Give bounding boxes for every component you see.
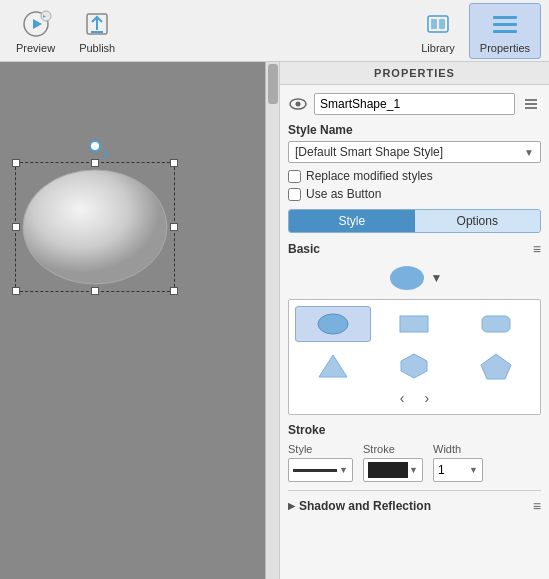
stroke-style-arrow: ▼ — [339, 465, 348, 475]
library-label: Library — [421, 42, 455, 54]
stroke-width-arrow: ▼ — [469, 465, 478, 475]
slide-area — [0, 62, 265, 579]
canvas-scrollbar[interactable] — [265, 62, 279, 579]
svg-marker-24 — [319, 355, 347, 377]
shadow-header[interactable]: Shadow and Reflection ≡ — [288, 495, 541, 517]
properties-icon — [489, 8, 521, 40]
tab-bar: Style Options — [288, 209, 541, 233]
grid-prev-button[interactable]: ‹ — [394, 388, 411, 408]
shape-cell-pentagon[interactable] — [458, 348, 534, 384]
svg-rect-22 — [400, 316, 428, 332]
svg-point-14 — [23, 170, 167, 284]
stroke-color-col: Stroke ▼ — [363, 443, 423, 482]
stroke-color-dropdown[interactable]: ▼ — [363, 458, 423, 482]
shadow-section: Shadow and Reflection ≡ — [288, 490, 541, 517]
handle-bot-left[interactable] — [12, 287, 20, 295]
shape-cell-triangle[interactable] — [295, 348, 371, 384]
properties-panel: PROPERTIES — [279, 62, 549, 579]
svg-point-21 — [318, 314, 348, 334]
publish-button[interactable]: Publish — [71, 4, 123, 58]
publish-label: Publish — [79, 42, 115, 54]
name-row — [288, 93, 541, 115]
toolbar-left: Preview Publish — [8, 4, 411, 58]
toolbar: Preview Publish Libra — [0, 0, 549, 62]
stroke-style-dropdown[interactable]: ▼ — [288, 458, 353, 482]
ellipse-shape — [19, 166, 171, 288]
svg-point-16 — [296, 102, 301, 107]
svg-marker-1 — [33, 19, 42, 29]
canvas-area[interactable] — [0, 62, 279, 579]
stroke-section: Stroke Style ▼ Stroke — [288, 423, 541, 482]
stroke-width-value: 1 — [438, 463, 445, 477]
shadow-title: Shadow and Reflection — [288, 499, 431, 513]
svg-rect-10 — [493, 16, 517, 19]
shape-preview-arrow[interactable]: ▼ — [431, 271, 443, 285]
toolbar-right: Library Properties — [411, 3, 541, 59]
canvas-inner — [0, 62, 279, 579]
style-dropdown-arrow: ▼ — [524, 147, 534, 158]
visibility-icon[interactable] — [288, 94, 308, 114]
svg-marker-26 — [481, 354, 511, 379]
properties-label: Properties — [480, 42, 530, 54]
svg-rect-23 — [482, 316, 510, 332]
stroke-style-label: Style — [288, 443, 353, 455]
use-as-button-label[interactable]: Use as Button — [306, 187, 381, 201]
style-name-dropdown[interactable]: [Default Smart Shape Style] ▼ — [288, 141, 541, 163]
scrollbar-thumb[interactable] — [268, 64, 278, 104]
library-icon — [422, 8, 454, 40]
grid-next-button[interactable]: › — [419, 388, 436, 408]
use-as-button-checkbox[interactable] — [288, 188, 301, 201]
library-button[interactable]: Library — [411, 4, 465, 58]
preview-label: Preview — [16, 42, 55, 54]
preview-button[interactable]: Preview — [8, 4, 63, 58]
svg-rect-9 — [439, 19, 445, 29]
shape-cell-rounded-rect[interactable] — [458, 306, 534, 342]
stroke-style-col: Style ▼ — [288, 443, 353, 482]
handle-mid-right[interactable] — [170, 223, 178, 231]
shape-cell-hexagon[interactable] — [377, 348, 453, 384]
properties-button[interactable]: Properties — [469, 3, 541, 59]
tab-style[interactable]: Style — [289, 210, 415, 232]
style-name-value: [Default Smart Shape Style] — [295, 145, 443, 159]
shape-grid — [295, 306, 534, 384]
svg-marker-25 — [401, 354, 427, 378]
basic-menu-icon[interactable]: ≡ — [533, 241, 541, 257]
main-layout: PROPERTIES — [0, 62, 549, 579]
tab-options[interactable]: Options — [415, 210, 541, 232]
panel-body: Style Name [Default Smart Shape Style] ▼… — [280, 85, 549, 579]
svg-rect-8 — [431, 19, 437, 29]
shape-preview-row: ▼ — [288, 263, 541, 293]
svg-rect-11 — [493, 23, 517, 26]
shape-cell-ellipse[interactable] — [295, 306, 371, 342]
stroke-width-label: Width — [433, 443, 483, 455]
grid-nav: ‹ › — [295, 388, 534, 408]
stroke-color-arrow: ▼ — [409, 465, 418, 475]
use-as-button-row: Use as Button — [288, 187, 541, 201]
replace-modified-checkbox[interactable] — [288, 170, 301, 183]
stroke-line-preview — [293, 469, 337, 472]
publish-icon — [81, 8, 113, 40]
shape-name-input[interactable] — [314, 93, 515, 115]
stroke-color-label: Stroke — [363, 443, 423, 455]
stroke-color-preview — [368, 462, 408, 478]
basic-menu-icons: ≡ — [533, 241, 541, 257]
stroke-title: Stroke — [288, 423, 541, 437]
panel-menu-icon[interactable] — [521, 94, 541, 114]
shape-grid-container: ‹ › — [288, 299, 541, 415]
handle-bot-right[interactable] — [170, 287, 178, 295]
preview-icon — [20, 8, 52, 40]
replace-modified-label[interactable]: Replace modified styles — [306, 169, 433, 183]
svg-point-2 — [41, 11, 51, 21]
shadow-menu-icon[interactable]: ≡ — [533, 498, 541, 514]
stroke-row: Style ▼ Stroke ▼ — [288, 443, 541, 482]
handle-bot-mid[interactable] — [91, 287, 99, 295]
stroke-width-dropdown[interactable]: 1 ▼ — [433, 458, 483, 482]
shape-container[interactable] — [15, 162, 175, 292]
svg-rect-12 — [493, 30, 517, 33]
basic-header: Basic ≡ — [288, 241, 541, 257]
handle-top-right[interactable] — [170, 159, 178, 167]
shape-cell-rectangle[interactable] — [377, 306, 453, 342]
replace-modified-row: Replace modified styles — [288, 169, 541, 183]
panel-header: PROPERTIES — [280, 62, 549, 85]
stroke-width-col: Width 1 ▼ — [433, 443, 483, 482]
